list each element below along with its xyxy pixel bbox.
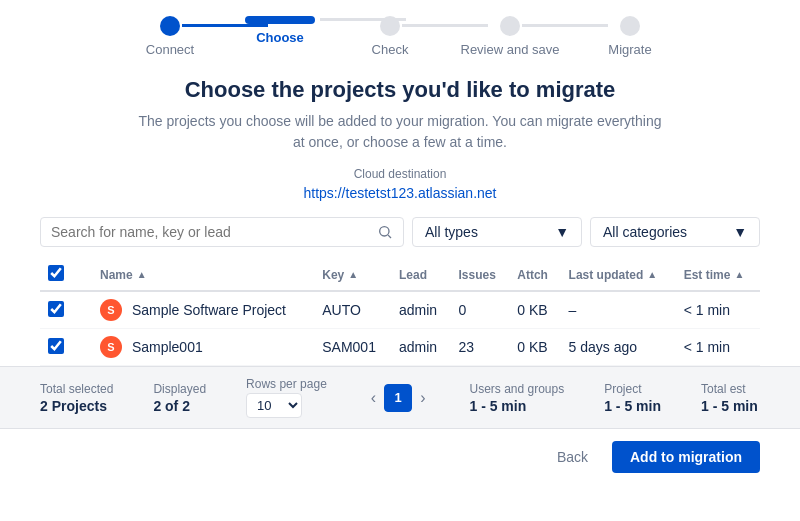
th-name[interactable]: Name▲ [92,259,314,291]
row-est-time-cell: < 1 min [676,329,760,366]
est-time-sort-icon: ▲ [734,269,744,280]
project-name: Sample001 [132,339,203,355]
row-issues-cell: 23 [451,329,510,366]
step-choose-label: Choose [256,30,304,45]
project-icon: S [100,299,122,321]
step-check-label: Check [372,42,409,57]
project-icon: S [100,336,122,358]
pagination-col: ‹ 1 › [367,384,430,412]
row-name-cell: S Sample001 [92,329,314,366]
pagination-prev[interactable]: ‹ [367,389,380,407]
total-selected-value: 2 Projects [40,398,113,414]
rows-per-page-label: Rows per page [246,377,327,391]
row-issues-cell: 0 [451,291,510,329]
th-key[interactable]: Key▲ [314,259,391,291]
bottom-actions: Back Add to migration [0,428,800,485]
step-review-label: Review and save [461,42,560,57]
row-key-cell: SAM001 [314,329,391,366]
add-to-migration-button[interactable]: Add to migration [612,441,760,473]
choose-progress-bar [245,16,315,24]
displayed-value: 2 of 2 [153,398,206,414]
page-subtitle: The projects you choose will be added to… [40,111,760,153]
page-title: Choose the projects you'd like to migrat… [40,77,760,103]
select-all-checkbox[interactable] [48,265,64,281]
name-sort-icon: ▲ [137,269,147,280]
step-review-dot [500,16,520,36]
filters-row: All types ▼ All categories ▼ [40,217,760,247]
th-issues: Issues [451,259,510,291]
row-checkbox[interactable] [48,301,64,317]
users-groups-label: Users and groups [469,382,564,396]
pagination: ‹ 1 › [367,384,430,412]
table-row: S Sample Software Project AUTO admin 0 0… [40,291,760,329]
svg-line-1 [388,235,391,238]
project-value: 1 - 5 min [604,398,661,414]
back-button[interactable]: Back [545,441,600,473]
rows-per-page-select[interactable]: 102550100 [246,393,302,418]
categories-chevron-icon: ▼ [733,224,747,240]
users-groups-value: 1 - 5 min [469,398,564,414]
row-last-updated-cell: – [561,291,676,329]
total-est-col: Total est 1 - 5 min [701,382,758,414]
pagination-next[interactable]: › [416,389,429,407]
row-attch-cell: 0 KB [509,329,560,366]
th-est-time[interactable]: Est time▲ [676,259,760,291]
row-key-cell: AUTO [314,291,391,329]
search-icon [377,224,393,240]
step-check: Check [335,16,445,57]
types-label: All types [425,224,478,240]
types-dropdown[interactable]: All types ▼ [412,217,582,247]
main-content: Choose the projects you'd like to migrat… [0,77,800,366]
row-attch-cell: 0 KB [509,291,560,329]
step-connect-label: Connect [146,42,194,57]
key-sort-icon: ▲ [348,269,358,280]
th-checkbox [40,259,72,291]
th-last-updated[interactable]: Last updated▲ [561,259,676,291]
total-selected-col: Total selected 2 Projects [40,382,113,414]
step-connect: Connect [115,16,225,57]
row-last-updated-cell: 5 days ago [561,329,676,366]
svg-point-0 [380,227,389,236]
stepper: Connect Choose Check Review and save Mig… [0,0,800,65]
row-expand-cell [72,329,92,366]
last-updated-sort-icon: ▲ [647,269,657,280]
project-col: Project 1 - 5 min [604,382,661,414]
pagination-page-1[interactable]: 1 [384,384,412,412]
users-groups-col: Users and groups 1 - 5 min [469,382,564,414]
step-review: Review and save [445,16,575,57]
total-est-value: 1 - 5 min [701,398,758,414]
search-input[interactable] [51,224,373,240]
displayed-col: Displayed 2 of 2 [153,382,206,414]
displayed-label: Displayed [153,382,206,396]
step-migrate: Migrate [575,16,685,57]
search-box[interactable] [40,217,404,247]
row-lead-cell: admin [391,329,451,366]
rows-per-page-col: Rows per page 102550100 [246,377,327,418]
row-name-cell: S Sample Software Project [92,291,314,329]
cloud-dest-link[interactable]: https://testetst123.atlassian.net [40,185,760,201]
step-migrate-label: Migrate [608,42,651,57]
total-est-label: Total est [701,382,758,396]
row-checkbox-cell [40,291,72,329]
th-lead: Lead [391,259,451,291]
row-lead-cell: admin [391,291,451,329]
row-est-time-cell: < 1 min [676,291,760,329]
th-expand [72,259,92,291]
table-row: S Sample001 SAM001 admin 23 0 KB 5 days … [40,329,760,366]
row-checkbox-cell [40,329,72,366]
total-selected-label: Total selected [40,382,113,396]
projects-table: Name▲ Key▲ Lead Issues Attch Last update… [40,259,760,366]
step-choose: Choose [225,16,335,45]
step-connect-dot [160,16,180,36]
footer-bar: Total selected 2 Projects Displayed 2 of… [0,366,800,428]
row-checkbox[interactable] [48,338,64,354]
step-check-dot [380,16,400,36]
step-migrate-dot [620,16,640,36]
project-name: Sample Software Project [132,302,286,318]
row-expand-cell [72,291,92,329]
types-chevron-icon: ▼ [555,224,569,240]
categories-dropdown[interactable]: All categories ▼ [590,217,760,247]
categories-label: All categories [603,224,687,240]
th-attch: Attch [509,259,560,291]
project-label: Project [604,382,661,396]
